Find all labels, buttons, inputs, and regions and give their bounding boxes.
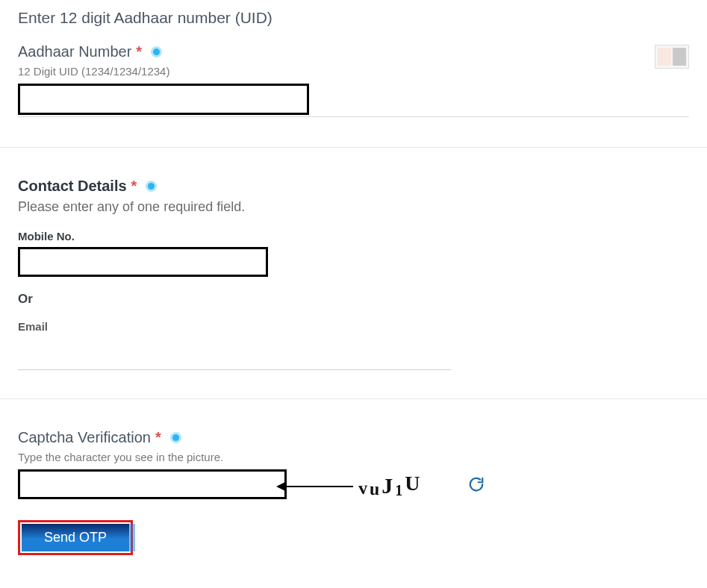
aadhaar-card-thumbnail[interactable] — [655, 45, 689, 69]
aadhaar-label-row: Aadhaar Number * — [18, 43, 689, 60]
mobile-label: Mobile No. — [18, 230, 689, 243]
aadhaar-hint: 12 Digit UID (1234/1234/1234) — [18, 65, 689, 78]
captcha-hint: Type the character you see in the pictur… — [18, 451, 689, 463]
refresh-captcha-icon[interactable] — [468, 476, 485, 492]
contact-title-row: Contact Details * — [18, 178, 689, 195]
captcha-image: v u J 1 U — [358, 472, 422, 497]
info-icon[interactable] — [151, 46, 162, 57]
required-asterisk: * — [131, 178, 137, 195]
info-icon[interactable] — [146, 181, 157, 192]
email-label: Email — [18, 320, 689, 333]
captcha-section: Captcha Verification * Type the characte… — [0, 398, 707, 576]
info-icon[interactable] — [170, 432, 181, 443]
captcha-char: 1 — [395, 482, 404, 499]
contact-title: Contact Details — [18, 178, 127, 195]
email-input[interactable] — [18, 346, 451, 370]
or-label: Or — [18, 292, 689, 307]
contact-section: Contact Details * Please enter any of on… — [0, 147, 707, 391]
captcha-char: J — [381, 473, 394, 498]
section-title: Enter 12 digit Aadhaar number (UID) — [18, 9, 689, 27]
required-asterisk: * — [155, 429, 161, 446]
aadhaar-section: Enter 12 digit Aadhaar number (UID) Aadh… — [0, 0, 707, 140]
captcha-char: U — [405, 472, 421, 495]
aadhaar-field-row — [18, 84, 689, 117]
captcha-char: v — [358, 478, 369, 499]
send-otp-button[interactable]: Send OTP — [22, 524, 129, 551]
required-asterisk: * — [136, 43, 142, 60]
captcha-char: u — [370, 479, 381, 500]
button-row: Send OTP — [18, 520, 689, 555]
captcha-title-row: Captcha Verification * — [18, 429, 689, 446]
contact-subtitle: Please enter any of one required field. — [18, 199, 689, 215]
captcha-input[interactable] — [18, 469, 287, 499]
aadhaar-number-input[interactable] — [18, 84, 309, 115]
send-otp-highlight: Send OTP — [18, 520, 133, 555]
captcha-title: Captcha Verification — [18, 429, 151, 446]
captcha-row: v u J 1 U — [18, 469, 689, 499]
aadhaar-label: Aadhaar Number — [18, 43, 131, 60]
arrow-icon — [275, 475, 357, 498]
mobile-input[interactable] — [18, 247, 268, 277]
